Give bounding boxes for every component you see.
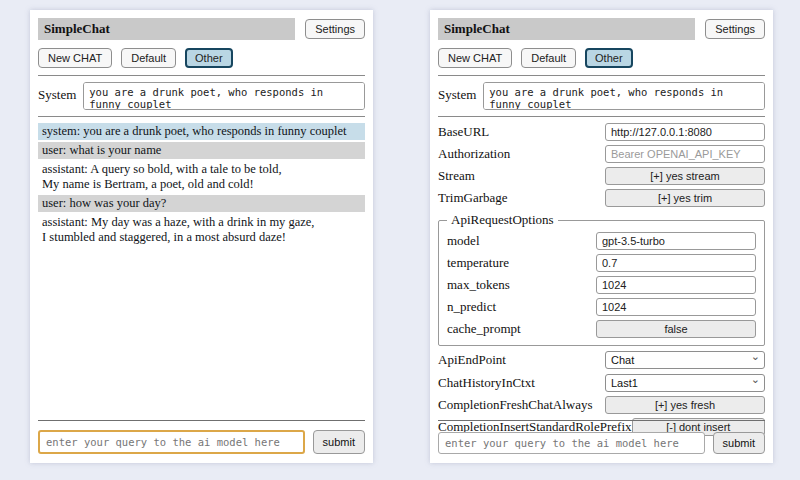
system-label: System — [438, 82, 476, 103]
session-toolbar: New CHAT Default Other — [38, 48, 365, 68]
apiendpoint-select-wrap: Chat ⌄ — [605, 350, 765, 369]
divider — [438, 116, 765, 117]
setting-label: Stream — [438, 168, 475, 184]
session-button-default[interactable]: Default — [121, 48, 176, 68]
setting-label: TrimGarbage — [438, 190, 508, 206]
setting-label: CompletionFreshChatAlways — [438, 397, 593, 413]
setting-row-stream: Stream [+] yes stream — [438, 167, 765, 185]
chathistory-select[interactable]: Last1 — [605, 374, 765, 392]
setting-row-authorization: Authorization — [438, 145, 765, 163]
setting-label: max_tokens — [447, 277, 510, 293]
setting-row-apiendpoint: ApiEndPoint Chat ⌄ — [438, 350, 765, 369]
divider — [38, 116, 365, 117]
api-request-options-fieldset: ApiRequestOptions model temperature max_… — [438, 212, 765, 346]
chat-panel: SimpleChat Settings New CHAT Default Oth… — [30, 10, 373, 463]
settings-panel: SimpleChat Settings New CHAT Default Oth… — [430, 10, 773, 463]
setting-row-trimgarbage: TrimGarbage [+] yes trim — [438, 189, 765, 207]
setting-label: model — [447, 233, 480, 249]
session-button-other[interactable]: Other — [185, 48, 233, 68]
chat-message-list: system: you are a drunk poet, who respon… — [38, 123, 365, 246]
divider — [38, 420, 365, 421]
query-input[interactable] — [438, 432, 705, 454]
setting-row-model: model — [447, 232, 756, 250]
setting-label: Authorization — [438, 146, 510, 162]
trimgarbage-toggle-button[interactable]: [+] yes trim — [605, 189, 765, 207]
stream-toggle-button[interactable]: [+] yes stream — [605, 167, 765, 185]
fieldset-legend: ApiRequestOptions — [447, 212, 558, 228]
setting-label: temperature — [447, 255, 509, 271]
session-button-default[interactable]: Default — [521, 48, 576, 68]
fresh-chat-toggle-button[interactable]: [+] yes fresh — [605, 396, 765, 414]
setting-row-completionfreshchatalways: CompletionFreshChatAlways [+] yes fresh — [438, 396, 765, 414]
setting-row-baseurl: BaseURL — [438, 123, 765, 141]
submit-button[interactable]: submit — [713, 432, 765, 454]
query-input[interactable] — [38, 430, 305, 454]
submit-button[interactable]: submit — [313, 430, 365, 454]
system-label: System — [38, 82, 76, 103]
baseurl-input[interactable] — [605, 123, 765, 141]
settings-button[interactable]: Settings — [305, 19, 365, 39]
setting-row-n-predict: n_predict — [447, 298, 756, 316]
chat-message-assistant: assistant: My day was a haze, with a dri… — [38, 214, 365, 246]
chathistory-select-wrap: Last1 ⌄ — [605, 373, 765, 392]
setting-label: ChatHistoryInCtxt — [438, 375, 535, 391]
query-row: submit — [38, 430, 365, 454]
page-title: SimpleChat — [38, 18, 295, 40]
authorization-input[interactable] — [605, 145, 765, 163]
session-button-other[interactable]: Other — [585, 48, 633, 68]
setting-label: n_predict — [447, 299, 496, 315]
setting-label: cache_prompt — [447, 321, 521, 337]
system-prompt-row: System you are a drunk poet, who respond… — [38, 82, 365, 110]
setting-label: BaseURL — [438, 124, 489, 140]
setting-row-max-tokens: max_tokens — [447, 276, 756, 294]
max-tokens-input[interactable] — [596, 276, 756, 294]
model-input[interactable] — [596, 232, 756, 250]
system-prompt-row: System you are a drunk poet, who respond… — [438, 82, 765, 110]
panel-header: SimpleChat Settings — [38, 18, 365, 40]
chat-message-user: user: how was your day? — [38, 195, 365, 212]
setting-row-cache-prompt: cache_prompt false — [447, 320, 756, 338]
new-chat-button[interactable]: New CHAT — [38, 48, 112, 68]
query-row: submit — [438, 432, 765, 454]
cache-prompt-toggle-button[interactable]: false — [596, 320, 756, 338]
setting-row-temperature: temperature — [447, 254, 756, 272]
new-chat-button[interactable]: New CHAT — [438, 48, 512, 68]
chat-message-system: system: you are a drunk poet, who respon… — [38, 123, 365, 140]
session-toolbar: New CHAT Default Other — [438, 48, 765, 68]
panel-header: SimpleChat Settings — [438, 18, 765, 40]
apiendpoint-select[interactable]: Chat — [605, 351, 765, 369]
setting-label: ApiEndPoint — [438, 352, 506, 368]
settings-form: BaseURL Authorization Stream [+] yes str… — [438, 123, 765, 436]
setting-row-chathistoryinctxt: ChatHistoryInCtxt Last1 ⌄ — [438, 373, 765, 392]
settings-button[interactable]: Settings — [705, 19, 765, 39]
chat-message-user: user: what is your name — [38, 142, 365, 159]
temperature-input[interactable] — [596, 254, 756, 272]
n-predict-input[interactable] — [596, 298, 756, 316]
system-prompt-input[interactable]: you are a drunk poet, who responds in fu… — [83, 82, 365, 110]
system-prompt-input[interactable]: you are a drunk poet, who responds in fu… — [483, 82, 765, 110]
divider — [38, 75, 365, 76]
page-title: SimpleChat — [438, 18, 695, 40]
divider — [438, 420, 765, 421]
chat-message-assistant: assistant: A query so bold, with a tale … — [38, 161, 365, 193]
divider — [438, 75, 765, 76]
